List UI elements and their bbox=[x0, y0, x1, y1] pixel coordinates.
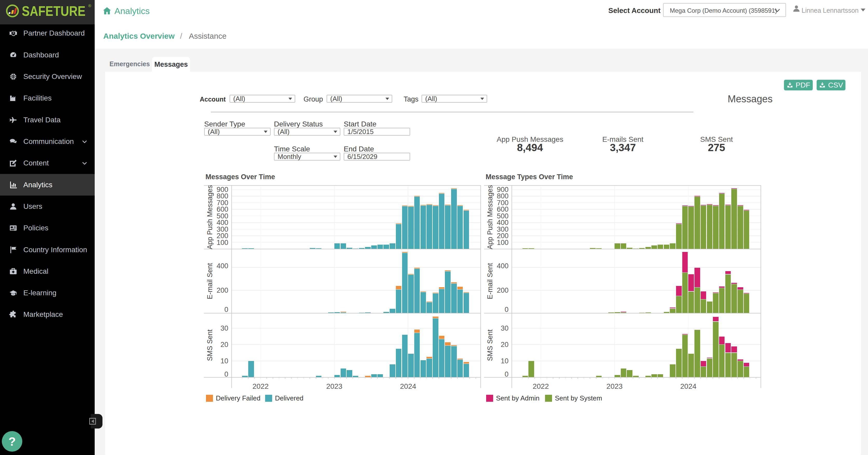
svg-text:600: 600 bbox=[217, 205, 228, 213]
svg-text:®: ® bbox=[88, 4, 91, 8]
svg-text:200: 200 bbox=[497, 286, 508, 294]
svg-text:2022: 2022 bbox=[533, 382, 549, 390]
svg-text:2024: 2024 bbox=[400, 382, 416, 390]
svg-text:900: 900 bbox=[217, 186, 228, 194]
svg-text:0: 0 bbox=[504, 370, 508, 378]
svg-text:400: 400 bbox=[497, 219, 508, 226]
svg-text:500: 500 bbox=[217, 212, 228, 220]
svg-text:10: 10 bbox=[501, 357, 508, 365]
svg-text:900: 900 bbox=[497, 186, 508, 194]
svg-text:400: 400 bbox=[217, 219, 228, 226]
svg-text:200: 200 bbox=[497, 232, 508, 240]
svg-text:700: 700 bbox=[217, 199, 228, 207]
svg-text:700: 700 bbox=[497, 199, 508, 207]
svg-text:2024: 2024 bbox=[680, 382, 696, 390]
svg-text:300: 300 bbox=[497, 225, 508, 233]
svg-text:2022: 2022 bbox=[252, 382, 269, 390]
svg-text:SMS Sent: SMS Sent bbox=[486, 329, 494, 361]
svg-text:App Push Messages: App Push Messages bbox=[486, 185, 494, 249]
svg-text:800: 800 bbox=[217, 192, 228, 200]
svg-text:30: 30 bbox=[220, 324, 228, 332]
svg-text:500: 500 bbox=[497, 212, 508, 220]
svg-text:App Push Messages: App Push Messages bbox=[206, 185, 214, 249]
svg-text:200: 200 bbox=[217, 286, 228, 294]
svg-text:2023: 2023 bbox=[607, 382, 623, 390]
svg-text:300: 300 bbox=[217, 225, 228, 233]
svg-text:200: 200 bbox=[217, 232, 228, 240]
svg-text:SAFETURE: SAFETURE bbox=[22, 3, 86, 19]
svg-text:400: 400 bbox=[497, 262, 508, 270]
svg-text:400: 400 bbox=[217, 262, 228, 270]
svg-text:100: 100 bbox=[217, 239, 228, 247]
svg-text:10: 10 bbox=[220, 357, 228, 365]
svg-text:20: 20 bbox=[220, 341, 228, 348]
svg-text:2023: 2023 bbox=[327, 382, 342, 390]
svg-text:20: 20 bbox=[501, 341, 508, 348]
svg-text:SMS Sent: SMS Sent bbox=[206, 329, 214, 361]
svg-text:100: 100 bbox=[497, 239, 508, 247]
svg-text:0: 0 bbox=[224, 306, 228, 313]
svg-text:600: 600 bbox=[497, 205, 508, 213]
svg-text:0: 0 bbox=[504, 306, 508, 313]
svg-text:0: 0 bbox=[224, 370, 228, 378]
svg-text:E-mail Sent: E-mail Sent bbox=[206, 263, 214, 299]
svg-text:800: 800 bbox=[497, 192, 508, 200]
svg-text:E-mail Sent: E-mail Sent bbox=[486, 263, 494, 299]
svg-text:30: 30 bbox=[501, 324, 508, 332]
